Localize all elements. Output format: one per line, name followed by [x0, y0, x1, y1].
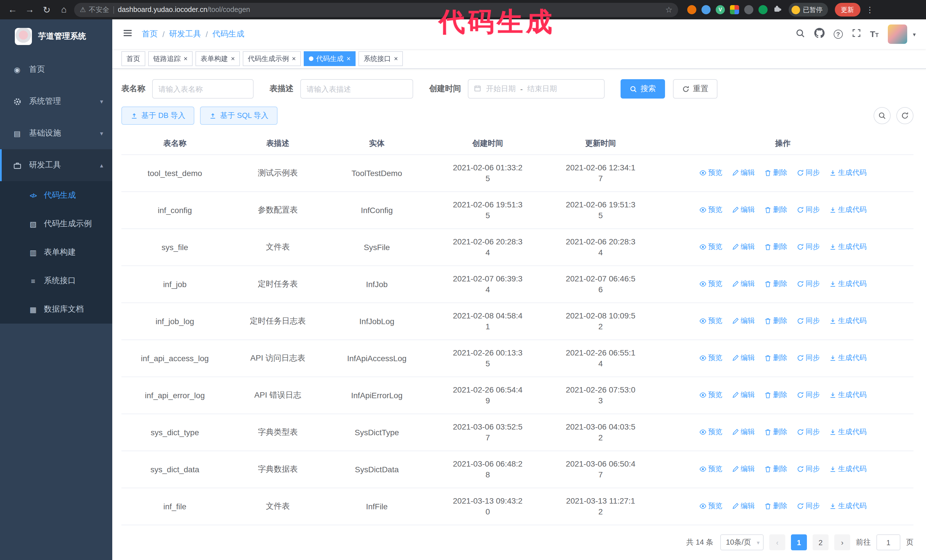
action-preview-link[interactable]: 预览	[699, 316, 722, 326]
action-preview-link[interactable]: 预览	[699, 427, 722, 437]
action-preview-link[interactable]: 预览	[699, 501, 722, 511]
action-edit-link[interactable]: 编辑	[731, 353, 755, 363]
page-number-button[interactable]: 2	[813, 534, 829, 550]
fullscreen-icon[interactable]	[852, 29, 861, 40]
browser-menu-icon[interactable]: ⋮	[866, 5, 874, 14]
action-generate-link[interactable]: 生成代码	[829, 464, 867, 474]
action-delete-link[interactable]: 删除	[764, 464, 787, 474]
action-sync-link[interactable]: 同步	[796, 205, 820, 215]
action-generate-link[interactable]: 生成代码	[829, 205, 867, 215]
action-preview-link[interactable]: 预览	[699, 205, 722, 215]
action-generate-link[interactable]: 生成代码	[829, 427, 867, 437]
action-preview-link[interactable]: 预览	[699, 390, 722, 400]
action-sync-link[interactable]: 同步	[796, 390, 820, 400]
action-delete-link[interactable]: 删除	[764, 316, 787, 326]
goto-page-input[interactable]	[876, 534, 900, 550]
home-icon[interactable]: ⌂	[57, 3, 71, 17]
extension-icon[interactable]	[687, 5, 696, 14]
back-icon[interactable]: ←	[6, 3, 20, 17]
reset-button[interactable]: 重置	[673, 79, 717, 98]
breadcrumb-item[interactable]: 研发工具	[169, 29, 201, 39]
import-db-button[interactable]: 基于 DB 导入	[121, 107, 195, 125]
sidebar-item-api[interactable]: ≡ 系统接口	[0, 267, 112, 295]
table-desc-input[interactable]	[300, 79, 413, 98]
action-delete-link[interactable]: 删除	[764, 242, 787, 252]
action-edit-link[interactable]: 编辑	[731, 205, 755, 215]
font-size-icon[interactable]: TT	[870, 29, 879, 39]
action-preview-link[interactable]: 预览	[699, 168, 722, 178]
action-edit-link[interactable]: 编辑	[731, 501, 755, 511]
action-delete-link[interactable]: 删除	[764, 168, 787, 178]
action-sync-link[interactable]: 同步	[796, 242, 820, 252]
action-delete-link[interactable]: 删除	[764, 205, 787, 215]
tab-close-icon[interactable]: ×	[231, 55, 235, 62]
action-delete-link[interactable]: 删除	[764, 427, 787, 437]
date-range-picker[interactable]: 开始日期 - 结束日期	[468, 79, 605, 98]
security-warning[interactable]: ⚠ 不安全	[80, 5, 109, 15]
action-edit-link[interactable]: 编辑	[731, 316, 755, 326]
action-sync-link[interactable]: 同步	[796, 427, 820, 437]
sidebar-item-form-builder[interactable]: ▥ 表单构建	[0, 238, 112, 267]
table-name-input[interactable]	[152, 79, 254, 98]
action-edit-link[interactable]: 编辑	[731, 168, 755, 178]
bookmark-star-icon[interactable]: ☆	[665, 5, 672, 14]
tab-close-icon[interactable]: ×	[292, 55, 296, 62]
sidebar-item-home[interactable]: ◉ 首页	[0, 54, 112, 86]
action-sync-link[interactable]: 同步	[796, 316, 820, 326]
action-generate-link[interactable]: 生成代码	[829, 242, 867, 252]
action-delete-link[interactable]: 删除	[764, 279, 787, 289]
action-generate-link[interactable]: 生成代码	[829, 279, 867, 289]
app-logo[interactable]: 芋道管理系统	[0, 20, 112, 54]
tab-close-icon[interactable]: ×	[183, 55, 188, 62]
action-edit-link[interactable]: 编辑	[731, 242, 755, 252]
action-generate-link[interactable]: 生成代码	[829, 390, 867, 400]
next-page-button[interactable]: ›	[834, 534, 850, 550]
avatar-caret-icon[interactable]: ▾	[913, 31, 916, 37]
extension-icon[interactable]: V	[716, 5, 725, 14]
tab-item[interactable]: 链路追踪×	[148, 51, 193, 66]
extension-icon[interactable]	[758, 5, 767, 14]
tab-close-icon[interactable]: ×	[346, 55, 351, 62]
github-icon[interactable]	[814, 28, 824, 41]
breadcrumb-item[interactable]: 首页	[142, 29, 158, 39]
extensions-puzzle-icon[interactable]	[773, 4, 782, 15]
action-delete-link[interactable]: 删除	[764, 501, 787, 511]
action-sync-link[interactable]: 同步	[796, 353, 820, 363]
extension-icon[interactable]	[702, 5, 711, 14]
reload-icon[interactable]: ↻	[40, 3, 54, 17]
action-edit-link[interactable]: 编辑	[731, 390, 755, 400]
sidebar-item-codegen-example[interactable]: ▧ 代码生成示例	[0, 210, 112, 238]
help-icon[interactable]: ?	[834, 30, 843, 39]
search-icon[interactable]	[795, 28, 805, 40]
chrome-update-button[interactable]: 更新	[835, 3, 860, 17]
sidebar-item-db-doc[interactable]: ▦ 数据库文档	[0, 295, 112, 324]
page-size-select[interactable]: 10条/页 ▾	[720, 534, 764, 550]
prev-page-button[interactable]: ‹	[769, 534, 785, 550]
action-generate-link[interactable]: 生成代码	[829, 353, 867, 363]
tab-item[interactable]: 代码生成×	[304, 51, 356, 66]
tab-item[interactable]: 首页	[121, 51, 145, 66]
action-generate-link[interactable]: 生成代码	[829, 316, 867, 326]
tab-item[interactable]: 代码生成示例×	[243, 51, 301, 66]
page-number-button[interactable]: 1	[791, 534, 807, 550]
action-preview-link[interactable]: 预览	[699, 464, 722, 474]
action-sync-link[interactable]: 同步	[796, 464, 820, 474]
hamburger-icon[interactable]	[123, 28, 133, 41]
forward-icon[interactable]: →	[23, 3, 36, 17]
sidebar-item-system[interactable]: 系统管理 ▾	[0, 86, 112, 117]
profile-paused-chip[interactable]: 已暂停	[789, 3, 828, 17]
action-preview-link[interactable]: 预览	[699, 279, 722, 289]
action-sync-link[interactable]: 同步	[796, 279, 820, 289]
user-avatar[interactable]	[888, 24, 907, 44]
sidebar-item-codegen[interactable]: </> 代码生成	[0, 181, 112, 210]
search-toggle-button[interactable]	[873, 107, 891, 124]
extension-icon[interactable]	[744, 5, 754, 14]
action-preview-link[interactable]: 预览	[699, 353, 722, 363]
action-edit-link[interactable]: 编辑	[731, 427, 755, 437]
tab-close-icon[interactable]: ×	[394, 55, 398, 62]
action-delete-link[interactable]: 删除	[764, 390, 787, 400]
action-edit-link[interactable]: 编辑	[731, 464, 755, 474]
address-bar[interactable]: ⚠ 不安全 dashboard.yudao.iocoder.cn/tool/co…	[74, 3, 678, 17]
action-preview-link[interactable]: 预览	[699, 242, 722, 252]
tab-item[interactable]: 表单构建×	[195, 51, 240, 66]
